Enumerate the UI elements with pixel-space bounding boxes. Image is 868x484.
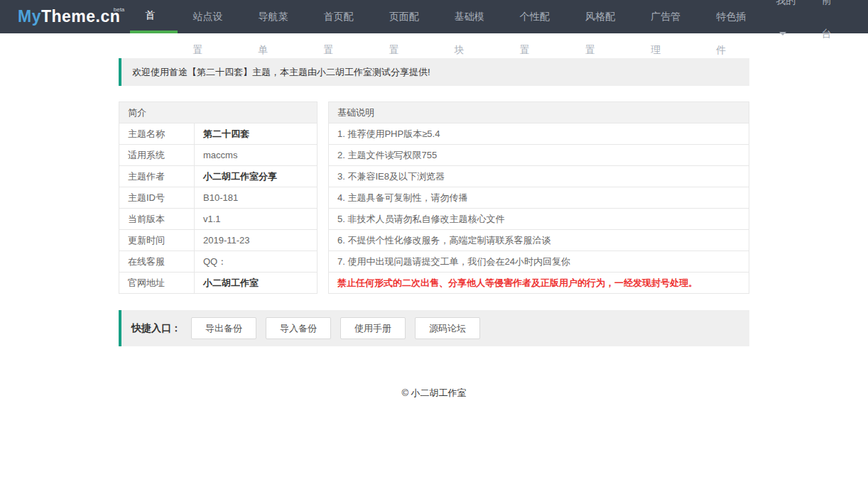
theme-id-value: B10-181: [195, 187, 318, 209]
table-row: 禁止任何形式的二次出售、分享他人等侵害作者及正版用户的行为，一经发现封号处理。: [329, 273, 749, 294]
info-tables: 简介 主题名称 第二十四套 适用系统 maccms 主题作者 小二胡工作室分享 …: [119, 101, 749, 294]
nav-item-site-settings[interactable]: 站点设置: [178, 0, 243, 33]
row-label: 主题ID号: [119, 187, 195, 209]
nav-item-featured-plugins[interactable]: 特色插件: [701, 0, 766, 33]
intro-table-title: 简介: [119, 102, 318, 123]
note-item: 6. 不提供个性化修改服务，高端定制请联系客服洽谈: [329, 230, 749, 251]
quick-entry-bar: 快捷入口： 导出备份 导入备份 使用手册 源码论坛: [119, 310, 749, 346]
footer-copyright: © 小二胡工作室: [119, 387, 749, 400]
note-item: 2. 主题文件读写权限755: [329, 145, 749, 166]
note-item: 5. 非技术人员请勿私自修改主题核心文件: [329, 209, 749, 230]
table-row: 主题名称 第二十四套: [119, 123, 318, 145]
table-header-row: 简介: [119, 102, 318, 123]
warning-note: 禁止任何形式的二次出售、分享他人等侵害作者及正版用户的行为，一经发现封号处理。: [329, 273, 749, 294]
frontend-link[interactable]: 前台: [813, 0, 849, 50]
nav-item-basic-modules[interactable]: 基础模块: [440, 0, 505, 33]
logo[interactable]: MyTheme.cn beta: [0, 0, 130, 33]
main-nav: 首页 站点设置 导航菜单 首页配置 页面配置 基础模块 个性配置 风格配置 广告…: [130, 0, 766, 33]
table-row: 6. 不提供个性化修改服务，高端定制请联系客服洽谈: [329, 230, 749, 251]
table-row: 4. 主题具备可复制性，请勿传播: [329, 187, 749, 209]
note-item: 4. 主题具备可复制性，请勿传播: [329, 187, 749, 209]
row-label: 当前版本: [119, 209, 195, 230]
quick-entry-label: 快捷入口：: [131, 322, 181, 335]
table-row: 主题ID号 B10-181: [119, 187, 318, 209]
table-row: 3. 不兼容IE8及以下浏览器: [329, 166, 749, 187]
support-qq-value: QQ：: [195, 251, 318, 273]
table-row: 2. 主题文件读写权限755: [329, 145, 749, 166]
note-item: 3. 不兼容IE8及以下浏览器: [329, 166, 749, 187]
official-site-value: 小二胡工作室: [195, 273, 318, 294]
table-row: 主题作者 小二胡工作室分享: [119, 166, 318, 187]
author-value: 小二胡工作室分享: [195, 166, 318, 187]
system-value: maccms: [195, 145, 318, 166]
welcome-banner-text: 欢迎使用首途【第二十四套】主题，本主题由小二胡工作室测试分享提供!: [132, 67, 430, 77]
update-date-value: 2019-11-23: [195, 230, 318, 251]
table-row: 官网地址 小二胡工作室: [119, 273, 318, 294]
table-row: 在线客服 QQ：: [119, 251, 318, 273]
table-row: 1. 推荐使用PHP版本≥5.4: [329, 123, 749, 145]
table-header-row: 基础说明: [329, 102, 749, 123]
nav-item-nav-menu[interactable]: 导航菜单: [243, 0, 308, 33]
nav-item-home-config[interactable]: 首页配置: [309, 0, 374, 33]
nav-item-home[interactable]: 首页: [130, 0, 178, 33]
source-forum-button[interactable]: 源码论坛: [415, 317, 480, 339]
export-backup-button[interactable]: 导出备份: [191, 317, 256, 339]
nav-item-page-config[interactable]: 页面配置: [374, 0, 440, 33]
row-label: 更新时间: [119, 230, 195, 251]
top-navbar: MyTheme.cn beta 首页 站点设置 导航菜单 首页配置 页面配置 基…: [0, 0, 868, 33]
navbar-right: 我的 前台: [766, 0, 868, 33]
table-row: 5. 非技术人员请勿私自修改主题核心文件: [329, 209, 749, 230]
page: MyTheme.cn beta 首页 站点设置 导航菜单 首页配置 页面配置 基…: [0, 0, 868, 484]
theme-name-value: 第二十四套: [195, 123, 318, 145]
table-row: 7. 使用中出现问题请提交工单，我们会在24小时内回复你: [329, 251, 749, 273]
table-row: 当前版本 v1.1: [119, 209, 318, 230]
logo-suffix: Theme.cn: [41, 7, 120, 26]
row-label: 在线客服: [119, 251, 195, 273]
my-dropdown[interactable]: 我的: [766, 0, 813, 50]
nav-item-personalization[interactable]: 个性配置: [505, 0, 570, 33]
intro-table: 简介 主题名称 第二十四套 适用系统 maccms 主题作者 小二胡工作室分享 …: [119, 101, 318, 294]
logo-prefix: My: [18, 7, 41, 26]
notes-table: 基础说明 1. 推荐使用PHP版本≥5.4 2. 主题文件读写权限755 3. …: [328, 101, 749, 294]
nav-item-ad-management[interactable]: 广告管理: [636, 0, 701, 33]
chevron-down-icon: [779, 32, 786, 35]
my-dropdown-label: 我的: [776, 0, 796, 6]
row-label: 主题名称: [119, 123, 195, 145]
import-backup-button[interactable]: 导入备份: [266, 317, 331, 339]
row-label: 适用系统: [119, 145, 195, 166]
main-content: 欢迎使用首途【第二十四套】主题，本主题由小二胡工作室测试分享提供! 简介 主题名…: [119, 58, 749, 400]
nav-item-style-config[interactable]: 风格配置: [570, 0, 636, 33]
table-row: 适用系统 maccms: [119, 145, 318, 166]
row-label: 主题作者: [119, 166, 195, 187]
note-item: 7. 使用中出现问题请提交工单，我们会在24小时内回复你: [329, 251, 749, 273]
note-item: 1. 推荐使用PHP版本≥5.4: [329, 123, 749, 145]
table-row: 更新时间 2019-11-23: [119, 230, 318, 251]
logo-beta-badge: beta: [114, 6, 125, 13]
row-label: 官网地址: [119, 273, 195, 294]
notes-table-title: 基础说明: [329, 102, 749, 123]
version-value: v1.1: [195, 209, 318, 230]
user-manual-button[interactable]: 使用手册: [340, 317, 406, 339]
